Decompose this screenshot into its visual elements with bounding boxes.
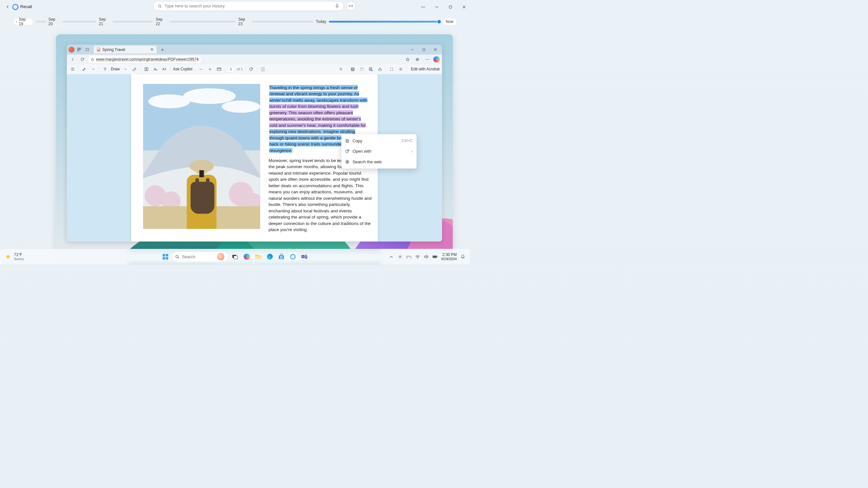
- save-icon[interactable]: [359, 66, 365, 73]
- collections-icon[interactable]: [414, 56, 421, 63]
- tray-settings-icon[interactable]: [398, 254, 403, 259]
- timeline-date: Sep 23: [238, 17, 250, 26]
- pen-filter-icon[interactable]: [102, 66, 108, 73]
- recall-more-button[interactable]: [419, 3, 427, 11]
- recall-minimize-button[interactable]: [433, 3, 441, 11]
- svg-rect-50: [346, 139, 348, 142]
- microphone-icon[interactable]: [335, 4, 339, 8]
- document-photo: [143, 84, 260, 229]
- profile-avatar[interactable]: [68, 47, 74, 53]
- store-icon: [278, 253, 284, 259]
- svg-rect-45: [187, 217, 216, 229]
- tab-title: Spring Travel: [102, 47, 125, 52]
- task-view-icon: [232, 254, 238, 259]
- timeline-segment[interactable]: [36, 21, 46, 22]
- erase-icon[interactable]: [131, 66, 138, 73]
- draw-button[interactable]: Draw: [111, 67, 120, 71]
- context-menu-search-web[interactable]: Search the web: [341, 157, 416, 167]
- ask-copilot-button[interactable]: Ask Copilot: [173, 67, 192, 71]
- svg-text:T: T: [302, 255, 304, 258]
- page-number-input[interactable]: [227, 66, 235, 72]
- tab-actions-icon[interactable]: [84, 46, 91, 53]
- svg-rect-67: [282, 258, 283, 259]
- timeline-date: Sep 21: [99, 17, 110, 26]
- fullscreen-icon[interactable]: [389, 66, 395, 73]
- copilot-button[interactable]: [433, 56, 439, 62]
- recall-back-button[interactable]: [4, 4, 11, 10]
- taskbar-teams[interactable]: T: [300, 252, 309, 261]
- timeline-thumb[interactable]: [437, 20, 441, 24]
- nav-back-button[interactable]: [69, 56, 76, 63]
- svg-rect-60: [234, 256, 238, 259]
- settings-gear-icon[interactable]: [398, 66, 404, 73]
- browser-tab[interactable]: Spring Travel ✕: [94, 46, 157, 54]
- fit-page-icon[interactable]: [216, 66, 222, 73]
- search-highlight-icon: [217, 253, 224, 260]
- tray-onedrive-icon[interactable]: [406, 254, 411, 259]
- translate-icon[interactable]: [161, 66, 168, 73]
- search-icon: [158, 4, 162, 8]
- svg-point-32: [400, 68, 401, 70]
- svg-rect-63: [279, 255, 284, 259]
- recall-maximize-button[interactable]: [446, 3, 455, 11]
- rotate-icon[interactable]: [248, 66, 254, 73]
- timeline-today-segment[interactable]: [329, 21, 440, 22]
- taskbar-store[interactable]: [277, 252, 286, 261]
- paragraph-body[interactable]: Moreover, spring travel tends to be less…: [269, 157, 373, 233]
- text-size-icon[interactable]: [152, 66, 159, 73]
- taskbar-task-view[interactable]: [230, 252, 240, 261]
- edit-with-acrobat-button[interactable]: Edit with Acrobat: [411, 67, 440, 71]
- recall-close-button[interactable]: [460, 3, 468, 11]
- new-tab-button[interactable]: ＋: [159, 46, 166, 53]
- tray-notifications-icon[interactable]: [460, 254, 465, 259]
- browser-minimize-button[interactable]: [409, 46, 416, 53]
- find-icon[interactable]: [338, 66, 345, 73]
- tab-close-button[interactable]: ✕: [150, 47, 154, 52]
- taskbar-weather-widget[interactable]: 71°F Sunny: [4, 252, 24, 261]
- tray-battery-icon[interactable]: [432, 254, 438, 259]
- print-icon[interactable]: [349, 66, 356, 73]
- recall-timeline[interactable]: Sep 19 Sep 20 Sep 21 Sep 22 Sep 23 Today…: [13, 18, 457, 26]
- start-button[interactable]: [161, 252, 170, 261]
- taskbar-copilot[interactable]: [242, 252, 251, 261]
- minimize-icon: [435, 5, 438, 9]
- timeline-now-button[interactable]: Now: [442, 18, 457, 25]
- share-icon[interactable]: [376, 66, 383, 73]
- highlighter-icon[interactable]: [81, 66, 88, 73]
- svg-rect-49: [346, 140, 348, 143]
- recall-timeline-toggle[interactable]: [346, 2, 355, 10]
- taskbar-file-explorer[interactable]: [254, 252, 263, 261]
- timeline-segment[interactable]: [170, 21, 236, 22]
- chevron-left-icon: [15, 20, 18, 23]
- zoom-in-button[interactable]: [207, 66, 213, 73]
- tray-expand-button[interactable]: [389, 254, 394, 259]
- nav-refresh-button[interactable]: [79, 56, 86, 63]
- zoom-out-button[interactable]: [197, 66, 205, 73]
- taskbar-clock[interactable]: 2:30 PM 9/24/2024: [441, 252, 457, 261]
- url-input[interactable]: www.margiestravel.com/springtravelideas/…: [88, 56, 201, 63]
- taskbar-recall[interactable]: [288, 252, 298, 261]
- tray-wifi-icon[interactable]: [415, 254, 420, 259]
- favorites-star-icon[interactable]: [404, 56, 411, 63]
- page-view-icon[interactable]: [259, 66, 267, 73]
- draw-dropdown[interactable]: [122, 66, 129, 73]
- tray-volume-icon[interactable]: [424, 254, 429, 259]
- recall-search-box[interactable]: Type here to search your history: [153, 2, 343, 10]
- context-menu-open-with[interactable]: Open with ›: [341, 146, 416, 157]
- timeline-chip-sep19[interactable]: Sep 19: [13, 18, 33, 25]
- browser-maximize-button[interactable]: [421, 46, 428, 53]
- read-aloud-icon[interactable]: [143, 66, 150, 73]
- timeline-segment[interactable]: [252, 21, 313, 22]
- browser-more-button[interactable]: [424, 56, 431, 63]
- taskbar-search[interactable]: Search: [172, 252, 228, 261]
- timeline-segment[interactable]: [62, 21, 96, 22]
- contents-icon[interactable]: [69, 66, 76, 73]
- timeline-segment[interactable]: [113, 21, 153, 22]
- workspaces-icon[interactable]: [76, 46, 83, 53]
- browser-close-button[interactable]: [432, 46, 439, 53]
- highlighter-dropdown[interactable]: [90, 66, 97, 73]
- taskbar-edge[interactable]: [265, 252, 274, 261]
- context-menu-copy[interactable]: Copy Ctrl+C: [341, 135, 416, 146]
- timeline-today-label: Today: [316, 20, 326, 24]
- add-text-icon[interactable]: [368, 66, 374, 73]
